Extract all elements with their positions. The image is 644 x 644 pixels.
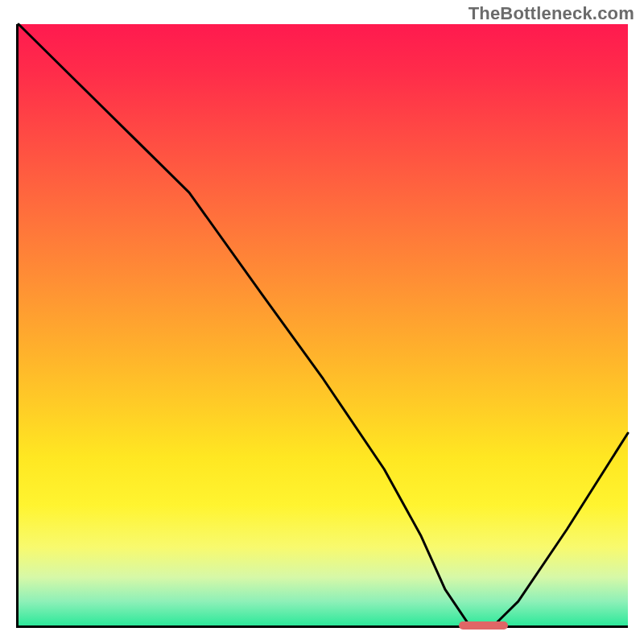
bottleneck-curve — [19, 24, 628, 625]
chart-plot-area — [16, 24, 628, 628]
watermark-text: TheBottleneck.com — [469, 3, 634, 24]
optimal-range-marker — [459, 621, 508, 630]
